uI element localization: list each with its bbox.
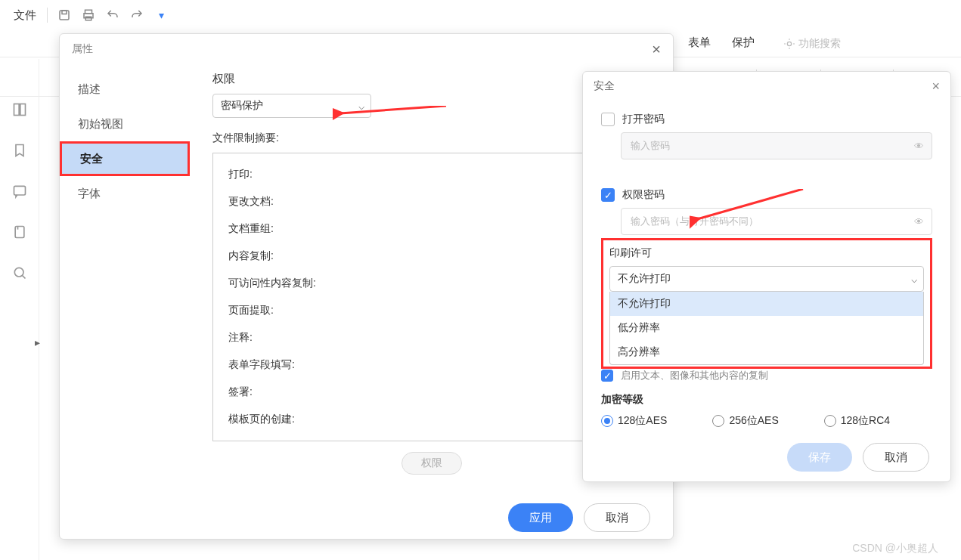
file-menu[interactable]: 文件	[8, 5, 42, 26]
cancel-button[interactable]: 取消	[584, 503, 650, 532]
function-search[interactable]: 功能搜索	[783, 37, 841, 51]
bookmark-icon[interactable]	[8, 139, 31, 162]
radio-aes128[interactable]: 128位AES	[601, 414, 667, 428]
permission-password-checkbox[interactable]: ✓	[601, 188, 615, 202]
svg-rect-19	[15, 227, 24, 238]
thumbnails-icon[interactable]	[8, 98, 31, 121]
dropdown-option-high-res[interactable]: 高分辨率	[610, 340, 923, 364]
dropdown-option-no-print[interactable]: 不允许打印	[610, 292, 923, 316]
nav-fonts[interactable]: 字体	[60, 176, 190, 211]
svg-point-21	[14, 268, 23, 277]
table-row: 表单字段填写:允许	[228, 351, 634, 379]
permission-password-input[interactable]: 输入密码（与打开密码不同） 👁	[621, 208, 932, 235]
print-permission-label: 印刷许可	[609, 246, 924, 260]
table-row: 页面提取:允许	[228, 297, 634, 324]
svg-rect-18	[14, 186, 25, 195]
save-icon[interactable]	[55, 6, 73, 24]
attachment-icon[interactable]	[8, 221, 31, 243]
save-button[interactable]: 保存	[787, 443, 852, 472]
table-row: 可访问性内容复制:允许	[228, 270, 634, 297]
close-icon[interactable]: ×	[652, 41, 661, 58]
table-row: 文档重组:允许	[228, 215, 634, 243]
svg-rect-16	[14, 104, 19, 116]
enable-copy-checkbox[interactable]: ✓	[601, 370, 613, 382]
table-row: 更改文档:允许	[228, 188, 634, 215]
svg-point-5	[787, 42, 791, 45]
table-row: 内容复制:允许	[228, 243, 634, 270]
open-password-label: 打开密码	[622, 113, 665, 126]
svg-rect-0	[60, 11, 69, 20]
permission-password-label: 权限密码	[622, 188, 665, 202]
redo-icon[interactable]	[128, 6, 146, 24]
watermark: CSDN @小奥超人	[852, 542, 938, 555]
print-permission-select[interactable]: 不允许打印 ⌵	[609, 266, 924, 292]
tab-protect[interactable]: 保护	[721, 31, 765, 57]
properties-title: 属性	[72, 42, 93, 56]
table-row: 模板页的创建:允许	[228, 406, 634, 433]
svg-line-22	[22, 275, 25, 278]
comment-icon[interactable]	[8, 180, 31, 203]
select-value: 密码保护	[221, 99, 263, 113]
protection-method-select[interactable]: 密码保护 ⌵	[212, 94, 371, 118]
permission-button[interactable]: 权限	[401, 452, 462, 475]
svg-rect-17	[20, 104, 25, 116]
nav-security[interactable]: 安全	[60, 141, 190, 176]
security-dialog-title: 安全	[594, 79, 615, 93]
apply-button[interactable]: 应用	[508, 503, 573, 532]
cancel-button[interactable]: 取消	[863, 443, 929, 472]
select-value: 不允许打印	[618, 272, 671, 286]
open-password-input: 输入密码 👁	[621, 132, 932, 159]
close-icon[interactable]: ×	[932, 79, 940, 94]
dropdown-option-low-res[interactable]: 低分辨率	[610, 316, 923, 340]
chevron-down-icon: ⌵	[358, 100, 364, 112]
table-row: 注释:允许	[228, 324, 634, 351]
func-search-label: 功能搜索	[798, 37, 841, 51]
eye-icon: 👁	[914, 141, 924, 152]
divider	[47, 8, 48, 23]
search-panel-icon[interactable]	[8, 261, 31, 284]
print-permission-dropdown: 不允许打印 低分辨率 高分辨率	[609, 292, 924, 365]
encryption-level-title: 加密等级	[601, 393, 932, 407]
radio-rc4128[interactable]: 128位RC4	[824, 414, 890, 428]
open-password-checkbox[interactable]	[601, 113, 615, 126]
placeholder: 输入密码	[631, 139, 670, 153]
print-icon[interactable]	[79, 6, 98, 24]
dropdown-icon[interactable]: ▾	[152, 6, 170, 24]
chevron-down-icon: ⌵	[911, 273, 917, 285]
undo-icon[interactable]	[104, 6, 122, 24]
nav-description[interactable]: 描述	[60, 72, 190, 107]
sidebar-expander-icon[interactable]: ▸	[35, 336, 40, 348]
nav-initial-view[interactable]: 初始视图	[60, 107, 190, 141]
svg-rect-1	[62, 11, 67, 14]
placeholder: 输入密码（与打开密码不同）	[631, 215, 758, 228]
eye-icon[interactable]: 👁	[914, 216, 924, 227]
tab-form[interactable]: 表单	[677, 31, 721, 57]
table-row: 签署:允许	[228, 379, 634, 406]
enable-copy-label: 启用文本、图像和其他内容的复制	[621, 369, 768, 382]
security-dialog: 安全 × 打开密码 输入密码 👁 ✓ 权限密码 输入密码（与打开密码不同） 👁 …	[582, 71, 951, 482]
radio-aes256[interactable]: 256位AES	[712, 414, 778, 428]
table-row: 打印:允许	[228, 161, 634, 188]
